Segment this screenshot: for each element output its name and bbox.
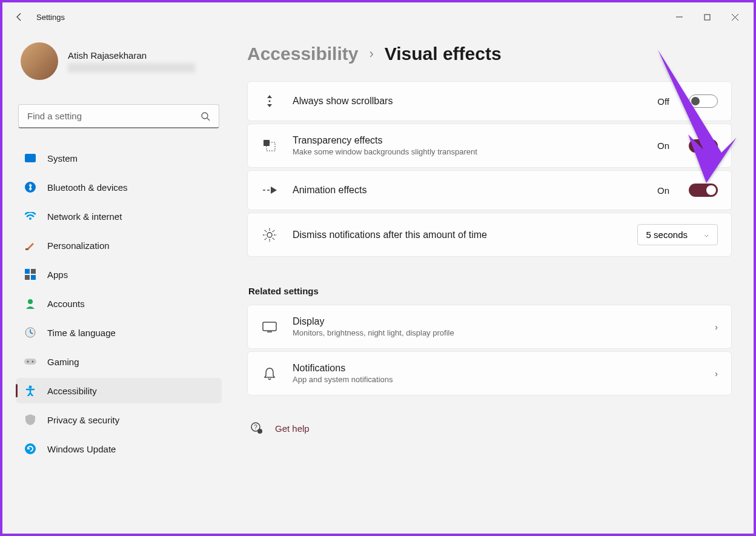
svg-rect-12: [25, 275, 30, 280]
sidebar-item-bluetooth[interactable]: Bluetooth & devices: [16, 174, 222, 200]
nav-label: Network & internet: [47, 211, 122, 222]
help-icon: ?: [251, 422, 263, 434]
avatar: [21, 42, 58, 80]
related-heading: Related settings: [248, 286, 732, 296]
accounts-icon: [24, 297, 36, 309]
svg-point-14: [28, 299, 33, 304]
update-icon: [24, 443, 36, 455]
search-input[interactable]: [27, 111, 201, 121]
svg-text:?: ?: [254, 424, 257, 431]
toggle-state: On: [657, 185, 669, 196]
svg-line-30: [273, 238, 274, 240]
nav-label: System: [47, 153, 78, 164]
display-icon: [261, 319, 278, 336]
search-icon: [201, 111, 210, 121]
svg-point-17: [27, 361, 29, 363]
svg-rect-10: [25, 269, 30, 274]
apps-icon: [24, 268, 36, 280]
breadcrumb: Accessibility › Visual effects: [247, 44, 732, 64]
svg-line-31: [265, 238, 267, 240]
transparency-toggle[interactable]: [689, 139, 718, 153]
user-email-blurred: [68, 63, 195, 73]
accessibility-icon: [24, 385, 36, 397]
link-title: Notifications: [293, 363, 700, 374]
user-profile[interactable]: Atish Rajasekharan: [16, 31, 222, 86]
sidebar-item-privacy[interactable]: Privacy & security: [16, 407, 222, 432]
scrollbars-toggle[interactable]: [689, 94, 718, 108]
setting-subtitle: Make some window backgrounds slightly tr…: [293, 147, 643, 156]
nav-list: System Bluetooth & devices Network & int…: [16, 145, 222, 465]
svg-point-4: [202, 113, 208, 119]
shield-icon: [24, 414, 36, 426]
maximize-button[interactable]: [693, 7, 721, 27]
bluetooth-icon: [24, 181, 36, 193]
main-content: Accessibility › Visual effects Always sh…: [233, 31, 754, 534]
nav-label: Windows Update: [47, 444, 116, 454]
link-title: Display: [293, 316, 700, 327]
search-box[interactable]: [18, 104, 219, 128]
clock-icon: [24, 326, 36, 339]
link-subtitle: Monitors, brightness, night light, displ…: [293, 328, 700, 337]
window-controls: [665, 7, 749, 27]
nav-label: Accessibility: [47, 386, 97, 396]
svg-rect-16: [24, 359, 36, 365]
related-display[interactable]: Display Monitors, brightness, night ligh…: [247, 305, 732, 349]
brush-icon: [24, 239, 36, 251]
sidebar-item-network[interactable]: Network & internet: [16, 203, 222, 229]
svg-rect-13: [31, 275, 36, 280]
nav-label: Bluetooth & devices: [47, 182, 128, 193]
svg-point-37: [257, 429, 262, 434]
wifi-icon: [24, 210, 36, 222]
setting-transparency: Transparency effects Make some window ba…: [247, 124, 732, 168]
setting-title: Always show scrollbars: [293, 96, 643, 107]
scrollbars-icon: [261, 93, 278, 110]
svg-rect-11: [31, 269, 36, 274]
nav-label: Personalization: [47, 240, 110, 251]
svg-point-18: [32, 361, 34, 363]
svg-rect-6: [25, 154, 36, 162]
nav-label: Apps: [47, 270, 68, 280]
arrow-left-icon: [15, 12, 24, 22]
nav-label: Time & language: [47, 328, 116, 338]
system-icon: [24, 152, 36, 164]
user-name: Atish Rajasekharan: [68, 50, 195, 61]
svg-rect-33: [263, 322, 276, 331]
close-button[interactable]: [721, 7, 749, 27]
chevron-right-icon: ›: [369, 46, 373, 62]
sidebar-item-apps[interactable]: Apps: [16, 262, 222, 287]
app-title: Settings: [36, 13, 65, 22]
nav-label: Gaming: [47, 357, 79, 367]
chevron-right-icon: ›: [715, 369, 718, 379]
animation-toggle[interactable]: [689, 184, 718, 197]
svg-point-21: [269, 101, 271, 102]
toggle-state: On: [657, 141, 669, 151]
setting-title: Animation effects: [293, 185, 643, 196]
sidebar-item-accessibility[interactable]: Accessibility: [16, 378, 222, 403]
setting-dismiss-notifications: Dismiss notifications after this amount …: [247, 213, 732, 257]
svg-rect-23: [264, 140, 270, 146]
svg-point-24: [267, 233, 272, 237]
svg-rect-9: [25, 248, 28, 250]
setting-animation: Animation effects On: [247, 170, 732, 210]
svg-line-32: [273, 230, 274, 232]
chevron-right-icon: ›: [715, 322, 718, 332]
setting-title: Dismiss notifications after this amount …: [293, 230, 623, 240]
get-help-link[interactable]: ? Get help: [247, 422, 732, 434]
related-notifications[interactable]: Notifications App and system notificatio…: [247, 351, 732, 395]
sidebar-item-personalization[interactable]: Personalization: [16, 233, 222, 258]
svg-point-19: [29, 386, 32, 389]
sidebar-item-update[interactable]: Windows Update: [16, 436, 222, 462]
sidebar-item-gaming[interactable]: Gaming: [16, 349, 222, 374]
titlebar: Settings: [2, 2, 754, 31]
breadcrumb-parent[interactable]: Accessibility: [247, 44, 358, 64]
back-button[interactable]: [7, 5, 31, 29]
chevron-down-icon: ⌵: [705, 231, 709, 239]
sidebar-item-system[interactable]: System: [16, 145, 222, 171]
sidebar-item-time[interactable]: Time & language: [16, 320, 222, 345]
dismiss-dropdown[interactable]: 5 seconds ⌵: [637, 224, 718, 245]
minimize-button[interactable]: [665, 7, 693, 27]
animation-icon: [261, 182, 278, 199]
svg-line-29: [265, 230, 267, 232]
setting-scrollbars: Always show scrollbars Off: [247, 81, 732, 121]
sidebar-item-accounts[interactable]: Accounts: [16, 291, 222, 316]
